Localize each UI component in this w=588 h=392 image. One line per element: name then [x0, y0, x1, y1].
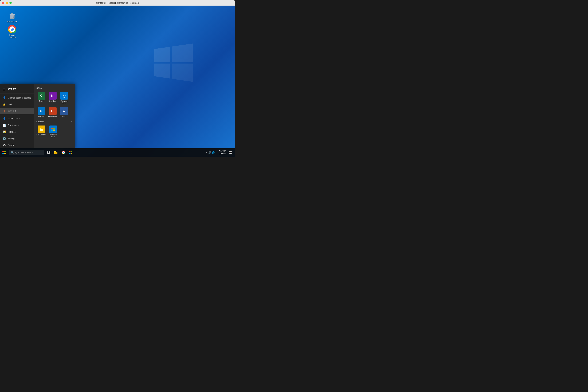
- microsoft-store-icon: [49, 126, 57, 133]
- office-section-title: Office: [34, 86, 75, 90]
- onenote-tile[interactable]: N OneNote: [47, 90, 58, 106]
- settings-icon: ⚙️: [3, 137, 6, 140]
- account-icon: 👤: [3, 96, 6, 100]
- sign-out-item[interactable]: 🚪 Sign out: [0, 108, 34, 114]
- speaker-icon[interactable]: 🔊: [208, 151, 211, 154]
- svg-rect-33: [47, 151, 48, 153]
- network-icon[interactable]: 🌐: [212, 151, 215, 154]
- user-avatar-icon: 👤: [3, 117, 6, 120]
- notification-button[interactable]: [228, 150, 234, 155]
- start-button[interactable]: [0, 148, 8, 157]
- taskbar-search-placeholder: Type here to search: [15, 151, 33, 154]
- excel-icon: X: [38, 92, 45, 100]
- start-right-panel: Office X Excel: [34, 84, 75, 148]
- edge-tile[interactable]: Microsoft Edge: [58, 90, 70, 106]
- svg-point-9: [11, 28, 13, 30]
- pictures-label: Pictures: [8, 131, 16, 133]
- user-section: 👤 Change account settings 🔒 Lock 🚪 Sign …: [0, 93, 34, 116]
- svg-rect-30: [4, 151, 6, 152]
- file-explorer-icon: [38, 126, 45, 133]
- onenote-label: OneNote: [49, 100, 56, 102]
- svg-rect-48: [231, 151, 232, 152]
- pictures-item[interactable]: 🖼️ Pictures: [0, 129, 34, 135]
- recycle-bin-label: Recycle Bin: [7, 20, 17, 23]
- file-explorer-tile[interactable]: File Explorer: [36, 124, 47, 139]
- chrome-image: [8, 25, 16, 34]
- google-chrome-icon[interactable]: Google Chrome: [5, 24, 19, 39]
- svg-rect-36: [49, 153, 50, 154]
- svg-rect-50: [231, 153, 232, 154]
- mac-window-buttons: [2, 2, 12, 4]
- change-account-label: Change account settings: [8, 96, 31, 99]
- edge-icon: [60, 92, 68, 100]
- svg-rect-26: [53, 128, 55, 129]
- powerpoint-tile[interactable]: P PowerPoint: [47, 106, 58, 119]
- power-label: Power: [8, 144, 14, 146]
- outlook-tile[interactable]: O Outlook: [36, 106, 47, 119]
- mac-titlebar: Center for Research Computing Restricted: [0, 0, 235, 6]
- svg-rect-31: [2, 153, 4, 154]
- svg-rect-45: [69, 153, 70, 154]
- documents-label: Documents: [8, 124, 19, 126]
- lock-label: Lock: [8, 103, 12, 106]
- microsoft-store-label: Microsoft Store: [48, 134, 58, 138]
- start-menu: ☰ START 👤 Change account settings 🔒 Lock…: [0, 84, 75, 148]
- svg-text:X: X: [40, 94, 42, 98]
- taskbar-file-explorer[interactable]: [52, 149, 60, 156]
- explore-tiles-container: File Explorer: [34, 124, 75, 140]
- taskbar: 🔍 Type here to search: [0, 148, 235, 157]
- change-account-settings-item[interactable]: 👤 Change account settings: [0, 94, 34, 101]
- svg-rect-25: [51, 128, 53, 129]
- taskbar-extra-icon[interactable]: [67, 149, 74, 156]
- clock-date: 11/9/2024: [218, 152, 226, 155]
- start-header[interactable]: ☰ START: [0, 85, 34, 93]
- mac-maximize-button[interactable]: [10, 2, 12, 4]
- svg-text:N: N: [51, 94, 54, 98]
- settings-item[interactable]: ⚙️ Settings: [0, 135, 34, 142]
- pictures-icon: 🖼️: [3, 130, 6, 134]
- explore-section-header[interactable]: Explore ▾: [34, 120, 75, 124]
- mac-minimize-button[interactable]: [6, 2, 8, 4]
- outlook-icon: O: [38, 107, 45, 115]
- sign-out-label: Sign out: [8, 110, 16, 112]
- mac-close-button[interactable]: [2, 2, 4, 4]
- documents-item[interactable]: 📄 Documents: [0, 122, 34, 129]
- taskbar-clock[interactable]: 9:52 AM 11/9/2024: [216, 150, 227, 155]
- svg-rect-49: [230, 153, 231, 154]
- user-name-label: Wong, Kim F: [8, 118, 20, 120]
- recycle-bin-icon[interactable]: Recycle Bin: [5, 11, 19, 24]
- svg-rect-38: [54, 151, 56, 152]
- word-tile[interactable]: W Word: [58, 106, 70, 119]
- svg-text:P: P: [51, 109, 53, 113]
- taskbar-search[interactable]: 🔍 Type here to search: [9, 150, 44, 155]
- svg-line-3: [11, 15, 11, 18]
- powerpoint-icon: P: [49, 107, 56, 115]
- taskbar-chrome[interactable]: [60, 149, 67, 156]
- power-item[interactable]: ⏻ Power: [0, 142, 34, 148]
- user-profile-item[interactable]: 👤 Wong, Kim F: [0, 116, 34, 122]
- svg-text:O: O: [40, 109, 42, 113]
- microsoft-store-tile[interactable]: Microsoft Store: [47, 124, 59, 139]
- svg-rect-2: [11, 14, 13, 14]
- svg-rect-35: [47, 153, 49, 154]
- system-tray-icons: ∧ 🔊 🌐: [205, 151, 215, 154]
- svg-rect-44: [71, 151, 72, 152]
- lock-item[interactable]: 🔒 Lock: [0, 101, 34, 108]
- office-app-tiles: X Excel N OneNote: [34, 90, 75, 120]
- svg-rect-23: [40, 128, 42, 129]
- clock-time: 9:52 AM: [218, 150, 226, 152]
- chrome-label: Google Chrome: [6, 34, 18, 39]
- excel-tile[interactable]: X Excel: [36, 90, 47, 106]
- svg-rect-32: [4, 153, 6, 154]
- svg-rect-43: [69, 151, 70, 152]
- svg-rect-47: [230, 151, 231, 152]
- windows-logo-background: [154, 44, 193, 82]
- lock-icon: 🔒: [3, 103, 6, 106]
- explore-app-tiles: File Explorer: [36, 124, 73, 139]
- word-icon: W: [60, 107, 68, 115]
- task-view-button[interactable]: [45, 149, 52, 156]
- expand-tray-icon[interactable]: ∧: [206, 151, 208, 154]
- taskbar-search-icon: 🔍: [11, 151, 14, 154]
- svg-rect-1: [10, 14, 15, 15]
- svg-rect-27: [51, 130, 53, 131]
